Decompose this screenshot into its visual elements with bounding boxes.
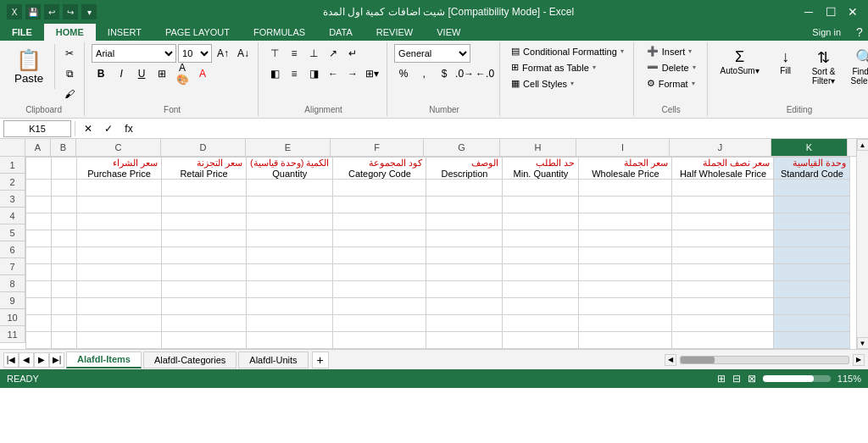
cancel-formula-btn[interactable]: ✕	[79, 119, 97, 138]
increase-decimal-btn[interactable]: .0→	[455, 64, 474, 83]
cell-f8[interactable]	[333, 281, 426, 298]
review-tab[interactable]: REVIEW	[364, 24, 425, 41]
cell-e5[interactable]	[247, 230, 333, 247]
cell-j10[interactable]	[672, 315, 774, 332]
row-num-5[interactable]: 5	[0, 224, 25, 241]
formulas-tab[interactable]: FORMULAS	[242, 24, 317, 41]
redo-btn[interactable]: ↪	[63, 4, 78, 19]
cell-d8[interactable]	[162, 281, 247, 298]
cell-k4[interactable]	[774, 213, 850, 230]
cell-d11[interactable]	[162, 332, 247, 349]
col-header-h[interactable]: H	[500, 139, 576, 156]
font-size-select[interactable]: 10	[178, 44, 212, 63]
cell-a1[interactable]	[26, 158, 52, 180]
row-num-4[interactable]: 4	[0, 208, 25, 224]
cell-a8[interactable]	[26, 281, 52, 298]
decrease-font-btn[interactable]: A↓	[234, 44, 253, 63]
cell-d7[interactable]	[162, 264, 247, 281]
cell-f5[interactable]	[333, 230, 426, 247]
close-btn[interactable]: ✕	[844, 3, 861, 20]
cell-c4[interactable]	[77, 213, 162, 230]
cell-g6[interactable]	[426, 247, 503, 264]
cell-k3[interactable]	[774, 197, 850, 213]
cell-j11[interactable]	[672, 332, 774, 349]
normal-view-btn[interactable]: ⊞	[717, 373, 726, 385]
cell-k9[interactable]	[774, 298, 850, 315]
cell-c1[interactable]: سعر الشراء Purchase Price	[77, 158, 162, 180]
cell-b10[interactable]	[52, 315, 77, 332]
cell-e11[interactable]	[247, 332, 333, 349]
cell-g9[interactable]	[426, 298, 503, 315]
number-format-select[interactable]: General	[394, 44, 470, 63]
cell-f11[interactable]	[333, 332, 426, 349]
cell-e6[interactable]	[247, 247, 333, 264]
format-cells-btn[interactable]: ⚙ Format ▾	[641, 76, 701, 91]
cell-e7[interactable]	[247, 264, 333, 281]
cell-d9[interactable]	[162, 298, 247, 315]
row-num-8[interactable]: 8	[0, 275, 25, 292]
h-scroll-left-btn[interactable]: ◀	[665, 354, 676, 366]
sign-in-btn[interactable]: Sign in	[802, 24, 851, 41]
cell-j8[interactable]	[672, 281, 774, 298]
cell-f6[interactable]	[333, 247, 426, 264]
cell-b8[interactable]	[52, 281, 77, 298]
cell-k6[interactable]	[774, 247, 850, 264]
cell-a5[interactable]	[26, 230, 52, 247]
cell-j5[interactable]	[672, 230, 774, 247]
align-left-btn[interactable]: ◧	[265, 64, 284, 83]
name-box[interactable]	[3, 120, 71, 137]
vertical-scrollbar[interactable]: ▲ ▼	[856, 139, 868, 349]
col-header-a[interactable]: A	[25, 139, 51, 156]
cell-h2[interactable]	[503, 180, 579, 197]
cell-b6[interactable]	[52, 247, 77, 264]
cell-g1[interactable]: الوصف Description	[426, 158, 503, 180]
cell-h6[interactable]	[503, 247, 579, 264]
cell-i10[interactable]	[579, 315, 672, 332]
cell-j7[interactable]	[672, 264, 774, 281]
h-scroll-right-btn[interactable]: ▶	[853, 354, 865, 366]
col-header-d[interactable]: D	[161, 139, 246, 156]
font-name-select[interactable]: Arial	[92, 44, 176, 63]
cell-f2[interactable]	[333, 180, 426, 197]
page-layout-view-btn[interactable]: ⊟	[732, 373, 741, 385]
excel-icon[interactable]: X	[7, 4, 22, 19]
first-sheet-btn[interactable]: |◀	[3, 352, 19, 368]
cell-e8[interactable]	[247, 281, 333, 298]
cell-f9[interactable]	[333, 298, 426, 315]
cell-d3[interactable]	[162, 197, 247, 213]
fill-btn[interactable]: ↓ Fill	[769, 44, 803, 80]
next-sheet-btn[interactable]: ▶	[34, 352, 49, 368]
col-header-k[interactable]: K	[771, 139, 848, 156]
customize-btn[interactable]: ▾	[81, 4, 97, 19]
delete-cells-btn[interactable]: ➖ Delete ▾	[641, 60, 702, 75]
paste-btn[interactable]: 📋 Paste	[8, 44, 49, 89]
find-select-btn[interactable]: 🔍 Find &Select▾	[845, 44, 869, 90]
cell-d2[interactable]	[162, 180, 247, 197]
sheet-tab-items[interactable]: Alafdl-Items	[66, 352, 142, 368]
cell-a9[interactable]	[26, 298, 52, 315]
cell-j1[interactable]: سعر نصف الجملة Half Wholesale Price	[672, 158, 774, 180]
orientation-btn[interactable]: ↗	[324, 44, 342, 63]
cell-k2[interactable]	[774, 180, 850, 197]
cell-c11[interactable]	[77, 332, 162, 349]
cell-f7[interactable]	[333, 264, 426, 281]
cut-btn[interactable]: ✂	[60, 44, 79, 63]
cell-b5[interactable]	[52, 230, 77, 247]
cell-k11[interactable]	[774, 332, 850, 349]
cell-c10[interactable]	[77, 315, 162, 332]
row-num-3[interactable]: 3	[0, 191, 25, 208]
cell-b7[interactable]	[52, 264, 77, 281]
align-bottom-btn[interactable]: ⊥	[304, 44, 323, 63]
wrap-text-btn[interactable]: ↵	[343, 44, 362, 63]
zoom-slider[interactable]	[763, 375, 831, 382]
col-header-e[interactable]: E	[246, 139, 331, 156]
cell-i7[interactable]	[579, 264, 672, 281]
cell-e4[interactable]	[247, 213, 333, 230]
row-num-1[interactable]: 1	[0, 157, 25, 174]
cell-h9[interactable]	[503, 298, 579, 315]
bold-btn[interactable]: B	[92, 64, 110, 83]
col-header-j[interactable]: J	[670, 139, 771, 156]
row-num-9[interactable]: 9	[0, 292, 25, 309]
cell-b2[interactable]	[52, 180, 77, 197]
cell-a7[interactable]	[26, 264, 52, 281]
